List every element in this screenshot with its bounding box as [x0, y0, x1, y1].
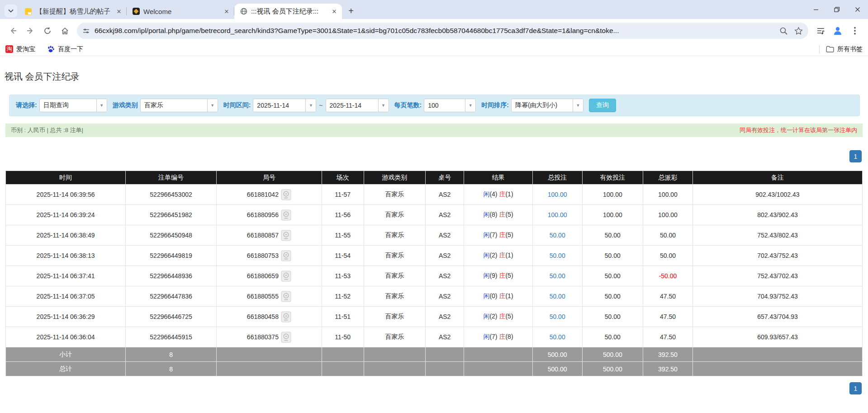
cell-payout: 50.00 [643, 225, 693, 246]
video-replay-icon[interactable] [281, 332, 291, 343]
cell-note: 752.43/802.43 [693, 225, 862, 246]
table-row: 2025-11-14 06:36:29522966446725661880458… [6, 307, 863, 327]
bookmark-baidu[interactable]: 百度一下 [47, 45, 83, 53]
profile-avatar[interactable] [830, 23, 845, 38]
search-button[interactable]: 查询 [589, 99, 616, 112]
cell-bet-id: 522966445915 [126, 327, 217, 347]
col-header-session: 场次 [322, 171, 364, 185]
chevron-down-icon[interactable]: ▼ [465, 99, 475, 112]
forward-button[interactable] [23, 23, 38, 38]
select-value: 2025-11-14 [253, 102, 305, 109]
video-replay-icon[interactable] [281, 311, 291, 323]
address-bar[interactable]: 66cxkj98.com/ipl/portal.php/game/betreco… [77, 23, 808, 39]
total-bet-link[interactable]: 100.00 [548, 211, 567, 218]
restore-button[interactable] [826, 0, 847, 19]
select-value: 2025-11-14 [326, 102, 378, 109]
sum-payout: 392.50 [643, 362, 693, 376]
page-title: 视讯 会员下注纪录 [5, 71, 868, 83]
total-bet-link[interactable]: 50.00 [550, 313, 565, 320]
tab-close-icon[interactable]: ✕ [115, 7, 123, 15]
home-button[interactable] [57, 23, 72, 38]
cell-game-type: 百家乐 [364, 286, 425, 307]
total-bet-link[interactable]: 50.00 [550, 293, 565, 300]
new-tab-button[interactable]: + [345, 5, 357, 17]
date-from-select[interactable]: 2025-11-14 ▼ [253, 99, 316, 112]
cell-payout: 50.00 [643, 246, 693, 266]
bookmark-star-icon[interactable] [794, 27, 803, 35]
cell-bet-id: 522966447836 [126, 286, 217, 307]
cell-result: 闲(7) 庄(5) [464, 225, 533, 246]
media-controls-button[interactable] [813, 23, 828, 38]
cell-round: 661880659 [216, 266, 322, 286]
bookmark-aitaobao[interactable]: 淘 爱淘宝 [5, 45, 35, 53]
chevron-down-icon [8, 9, 14, 13]
total-bet-link[interactable]: 100.00 [548, 191, 567, 198]
cell-valid-bet: 50.00 [582, 225, 643, 246]
tab-title: :::视讯 会员下注纪录::: [251, 7, 327, 16]
cell-total-bet: 50.00 [532, 246, 582, 266]
pagination-bottom: 1 [0, 382, 862, 394]
page-size-select[interactable]: 100 ▼ [424, 99, 476, 112]
video-replay-icon[interactable] [281, 209, 291, 221]
chevron-down-icon[interactable]: ▼ [573, 99, 583, 112]
video-replay-icon[interactable] [281, 230, 291, 241]
total-bet-link[interactable]: 50.00 [550, 252, 565, 259]
chevron-down-icon[interactable]: ▼ [207, 99, 218, 112]
cell-note: 802.43/902.43 [693, 205, 862, 225]
cell-round: 661880375 [216, 327, 322, 347]
cell-valid-bet: 50.00 [582, 246, 643, 266]
video-replay-icon[interactable] [281, 291, 291, 302]
cell-valid-bet: 50.00 [582, 307, 643, 327]
sort-order-select[interactable]: 降幂(由大到小) ▼ [511, 99, 583, 112]
date-to-select[interactable]: 2025-11-14 ▼ [326, 99, 389, 112]
cell-result: 闲(9) 庄(5) [464, 266, 533, 286]
url-text[interactable]: 66cxkj98.com/ipl/portal.php/game/betreco… [95, 27, 775, 35]
tab-welcome[interactable]: Welcome ✕ [127, 4, 234, 19]
sum-valid-bet: 500.00 [582, 362, 643, 376]
cell-time: 2025-11-14 06:37:41 [6, 266, 126, 286]
cell-payout: 47.50 [643, 286, 693, 307]
tab-close-icon[interactable]: ✕ [223, 7, 231, 15]
query-type-select[interactable]: 日期查询 ▼ [39, 99, 107, 112]
reload-button[interactable] [40, 23, 55, 38]
tab-search-chevron-button[interactable] [5, 5, 17, 17]
table-row: 2025-11-14 06:38:49522966450948661880857… [6, 225, 863, 246]
sum-payout: 392.50 [643, 347, 693, 362]
video-replay-icon[interactable] [281, 189, 291, 200]
game-type-select[interactable]: 百家乐 ▼ [140, 99, 218, 112]
bookmarks-divider [819, 45, 820, 53]
all-bookmarks-button[interactable]: 所有书签 [826, 45, 863, 53]
site-info-icon[interactable] [82, 27, 90, 35]
cell-table: AS2 [426, 327, 464, 347]
table-row: 2025-11-14 06:39:56522966453002661881042… [6, 185, 863, 205]
chevron-down-icon[interactable]: ▼ [378, 99, 389, 112]
chevron-down-icon[interactable]: ▼ [305, 99, 316, 112]
back-button[interactable] [5, 23, 21, 38]
cell-valid-bet: 50.00 [582, 266, 643, 286]
cell-result: 闲(0) 庄(1) [464, 286, 533, 307]
close-icon [855, 7, 860, 12]
total-bet-link[interactable]: 50.00 [550, 333, 565, 341]
close-window-button[interactable] [847, 0, 868, 19]
tab-bet-records-active[interactable]: :::视讯 会员下注纪录::: ✕ [234, 4, 342, 19]
col-header-table: 桌号 [426, 171, 464, 185]
table-row: 2025-11-14 06:37:05522966447836661880555… [6, 286, 863, 307]
cell-payout: 47.50 [643, 307, 693, 327]
sum-valid-bet: 500.00 [582, 347, 643, 362]
browser-menu-button[interactable] [847, 23, 863, 38]
video-replay-icon[interactable] [281, 250, 291, 261]
globe-icon [240, 8, 247, 15]
cell-note: 609.93/657.43 [693, 327, 862, 347]
page-1-button[interactable]: 1 [849, 150, 862, 162]
zoom-icon[interactable] [779, 27, 788, 35]
chevron-down-icon[interactable]: ▼ [96, 99, 107, 112]
cell-round: 661880857 [216, 225, 322, 246]
video-replay-icon[interactable] [281, 271, 291, 282]
total-bet-link[interactable]: 50.00 [550, 232, 565, 239]
tab-forum[interactable]: 【新提醒】杨雪儿的帖子 - 海燕 ✕ [19, 4, 127, 19]
sum-label: 总计 [6, 362, 126, 376]
minimize-button[interactable] [806, 0, 826, 19]
tab-close-icon[interactable]: ✕ [330, 7, 338, 15]
total-bet-link[interactable]: 50.00 [550, 272, 565, 280]
page-1-button[interactable]: 1 [849, 382, 862, 394]
